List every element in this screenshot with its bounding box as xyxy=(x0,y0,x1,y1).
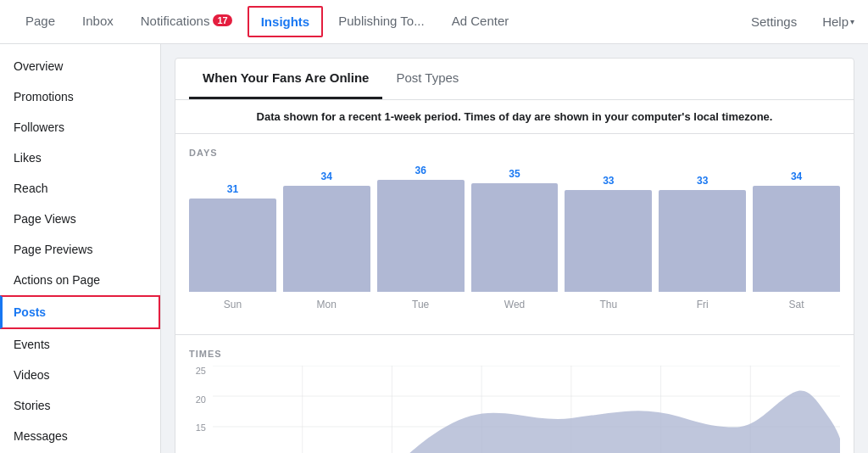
days-chart: 31 Sun 34 Mon 36 Tue 35 Wed 33 Thu 33 Fr… xyxy=(189,165,840,310)
day-label: Sun xyxy=(224,299,242,310)
times-chart: 2520151050 xyxy=(189,366,840,453)
sidebar-item-posts[interactable]: Posts xyxy=(0,295,160,329)
sidebar-item-events[interactable]: Events xyxy=(0,329,160,360)
day-label: Thu xyxy=(600,299,618,310)
sidebar-item-likes[interactable]: Likes xyxy=(0,143,160,173)
day-value: 33 xyxy=(697,175,708,187)
area-chart-svg xyxy=(213,366,840,453)
day-bar xyxy=(471,183,559,292)
day-bar xyxy=(189,199,276,292)
nav-settings[interactable]: Settings xyxy=(739,8,809,36)
top-nav: Page Inbox Notifications 17 Insights Pub… xyxy=(0,0,868,44)
sidebar-item-videos[interactable]: Videos xyxy=(0,360,160,390)
day-label: Tue xyxy=(412,299,429,310)
sidebar-item-reach[interactable]: Reach xyxy=(0,173,160,204)
tab-post-types[interactable]: Post Types xyxy=(382,59,472,99)
notifications-badge: 17 xyxy=(213,14,231,26)
sidebar-item-messages[interactable]: Messages xyxy=(0,421,160,451)
nav-page[interactable]: Page xyxy=(14,0,67,44)
day-value: 35 xyxy=(509,168,520,180)
nav-help[interactable]: Help ▾ xyxy=(822,14,854,29)
main-content: When Your Fans Are Online Post Types Dat… xyxy=(161,44,868,453)
day-value: 33 xyxy=(603,175,614,187)
nav-publishing[interactable]: Publishing To... xyxy=(326,0,436,44)
day-column: 35 Wed xyxy=(471,168,559,310)
info-bar: Data shown for a recent 1-week period. T… xyxy=(175,100,854,134)
times-chart-section: TIMES 2520151050 xyxy=(175,342,854,453)
chart-area xyxy=(213,366,840,453)
sidebar-item-page-views[interactable]: Page Views xyxy=(0,204,160,234)
day-column: 36 Tue xyxy=(377,165,465,310)
sidebar-item-overview[interactable]: Overview xyxy=(0,51,160,81)
help-chevron-icon: ▾ xyxy=(850,17,854,26)
day-value: 34 xyxy=(321,171,332,182)
day-bar xyxy=(753,186,840,292)
day-bar xyxy=(283,186,370,292)
nav-adcenter[interactable]: Ad Center xyxy=(440,0,521,44)
day-column: 34 Mon xyxy=(283,171,370,310)
sidebar: Overview Promotions Followers Likes Reac… xyxy=(0,44,161,453)
day-bar xyxy=(377,180,465,292)
content-card: When Your Fans Are Online Post Types Dat… xyxy=(175,58,854,453)
nav-notifications[interactable]: Notifications 17 xyxy=(129,0,244,44)
day-label: Sat xyxy=(789,299,804,310)
sidebar-item-actions-on-page[interactable]: Actions on Page xyxy=(0,265,160,295)
nav-insights[interactable]: Insights xyxy=(248,6,324,37)
nav-right: Settings Help ▾ xyxy=(739,8,854,36)
sidebar-item-followers[interactable]: Followers xyxy=(0,112,160,143)
day-value: 34 xyxy=(791,171,802,182)
day-bar xyxy=(659,190,746,292)
day-column: 33 Fri xyxy=(659,175,746,310)
y-axis-label: 25 xyxy=(196,366,206,376)
days-label: DAYS xyxy=(189,148,840,158)
day-column: 34 Sat xyxy=(753,171,840,310)
day-bar xyxy=(565,190,652,292)
day-label: Fri xyxy=(697,299,709,310)
sidebar-item-stories[interactable]: Stories xyxy=(0,390,160,421)
sidebar-item-promotions[interactable]: Promotions xyxy=(0,81,160,112)
day-column: 33 Thu xyxy=(565,175,652,310)
y-axis-label: 15 xyxy=(196,422,206,433)
times-label: TIMES xyxy=(189,349,840,359)
nav-inbox[interactable]: Inbox xyxy=(70,0,125,44)
day-label: Mon xyxy=(317,299,337,310)
y-axis: 2520151050 xyxy=(189,366,213,453)
day-value: 31 xyxy=(227,183,238,195)
sidebar-item-page-previews[interactable]: Page Previews xyxy=(0,234,160,265)
nav-items: Page Inbox Notifications 17 Insights Pub… xyxy=(14,0,739,44)
days-chart-section: DAYS 31 Sun 34 Mon 36 Tue 35 Wed 33 Thu … xyxy=(175,134,854,327)
tab-when-fans-online[interactable]: When Your Fans Are Online xyxy=(189,59,382,99)
y-axis-label: 20 xyxy=(196,394,206,405)
day-label: Wed xyxy=(504,299,525,310)
content-tabs: When Your Fans Are Online Post Types xyxy=(175,59,854,100)
day-value: 36 xyxy=(415,165,426,176)
day-column: 31 Sun xyxy=(189,183,276,310)
layout: Overview Promotions Followers Likes Reac… xyxy=(0,44,868,453)
